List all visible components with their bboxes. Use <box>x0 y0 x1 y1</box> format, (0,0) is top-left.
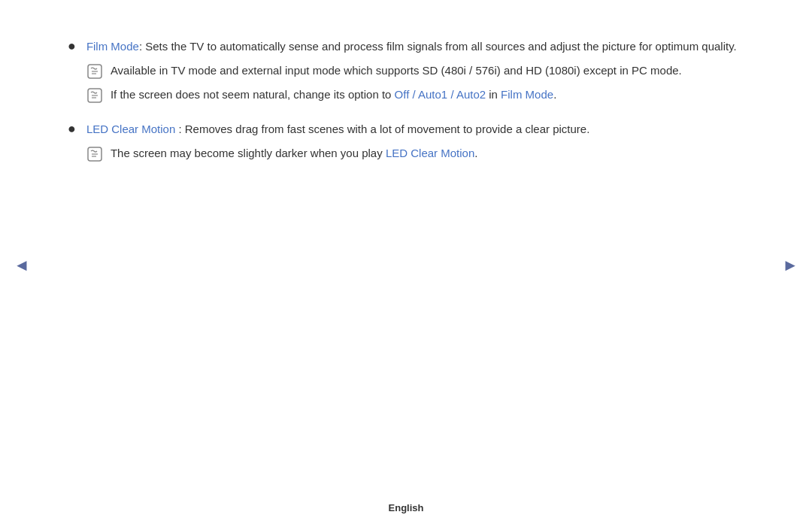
note-icon-1 <box>86 63 103 80</box>
film-mode-note-2-text: If the screen does not seem natural, cha… <box>111 86 744 104</box>
led-clear-motion-label: LED Clear Motion <box>86 123 175 135</box>
film-mode-text: Film Mode: Sets the TV to automatically … <box>86 38 744 110</box>
footer-language: English <box>389 502 424 513</box>
led-clear-motion-description: : Removes drag from fast scenes with a l… <box>175 123 589 135</box>
bullet-dot-1: ● <box>68 38 76 54</box>
list-item-film-mode: ● Film Mode: Sets the TV to automaticall… <box>68 38 744 110</box>
list-item-led-clear-motion: ● LED Clear Motion : Removes drag from f… <box>68 120 744 168</box>
film-mode-description: : Sets the TV to automatically sense and… <box>139 40 737 53</box>
nav-arrow-left[interactable]: ◄ <box>14 256 30 275</box>
film-mode-note-1: Available in TV mode and external input … <box>86 62 744 80</box>
nav-arrow-right[interactable]: ► <box>782 256 798 275</box>
note-icon-3 <box>86 146 103 162</box>
off-auto-highlight: Off / Auto1 / Auto2 <box>395 88 486 101</box>
led-clear-motion-note-1-text: The screen may become slightly darker wh… <box>111 144 744 162</box>
led-clear-motion-text: LED Clear Motion : Removes drag from fas… <box>86 120 744 168</box>
film-mode-label: Film Mode <box>86 40 139 53</box>
film-mode-notes: Available in TV mode and external input … <box>86 62 744 104</box>
led-clear-motion-ref: LED Clear Motion <box>386 147 474 159</box>
film-mode-ref: Film Mode <box>501 88 553 101</box>
main-bullet-list: ● Film Mode: Sets the TV to automaticall… <box>68 38 744 168</box>
film-mode-note-2: If the screen does not seem natural, cha… <box>86 86 744 104</box>
film-mode-note-1-text: Available in TV mode and external input … <box>111 62 744 80</box>
led-clear-motion-note-1: The screen may become slightly darker wh… <box>86 144 744 162</box>
content-area: ● Film Mode: Sets the TV to automaticall… <box>68 23 744 168</box>
led-clear-motion-notes: The screen may become slightly darker wh… <box>86 144 744 162</box>
note-icon-2 <box>86 87 103 104</box>
page-container: ◄ ► ● Film Mode: Sets the TV to automati… <box>0 0 812 530</box>
bullet-dot-2: ● <box>68 121 76 137</box>
